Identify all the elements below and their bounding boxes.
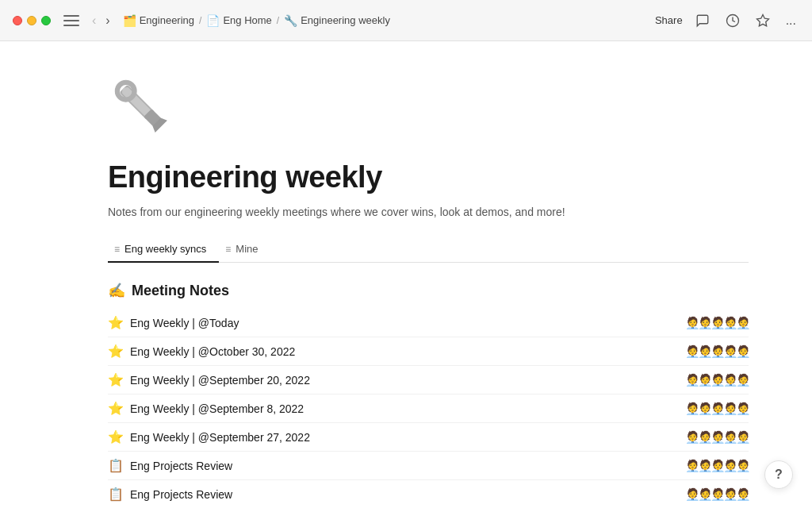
engineering-icon: 🗂️ (123, 14, 136, 27)
breadcrumb-sep-2: / (277, 15, 279, 26)
tab-icon-mine: ≡ (225, 244, 231, 255)
main-content: Engineering weekly Notes from our engine… (0, 41, 812, 508)
back-button[interactable]: ‹ (89, 12, 99, 29)
eng-weekly-icon: 🔧 (284, 14, 297, 27)
table-row[interactable]: ⭐ Eng Weekly | @October 30, 2022 🧑‍💼🧑‍💼🧑… (108, 337, 749, 366)
breadcrumb-eng-weekly[interactable]: 🔧 Engineering weekly (284, 14, 390, 27)
tab-label-eng-syncs: Eng weekly syncs (124, 243, 206, 255)
breadcrumb-eng-home[interactable]: 📄 Eng Home (206, 14, 271, 27)
meeting-avatars-0: 🧑‍💼🧑‍💼🧑‍💼🧑‍💼🧑‍💼 (685, 316, 749, 330)
meeting-avatars-2: 🧑‍💼🧑‍💼🧑‍💼🧑‍💼🧑‍💼 (685, 373, 749, 387)
section-title: Meeting Notes (132, 283, 229, 299)
page-title: Engineering weekly (108, 160, 749, 194)
forward-button[interactable]: › (102, 12, 113, 29)
meeting-emoji-3: ⭐ (108, 401, 124, 416)
section-emoji: ✍️ (108, 282, 125, 299)
sidebar-toggle-button[interactable] (63, 15, 79, 26)
page-description: Notes from our engineering weekly meetin… (108, 204, 749, 221)
comments-button[interactable] (692, 10, 713, 31)
share-button[interactable]: Share (655, 14, 683, 26)
meeting-title-3: Eng Weekly | @September 8, 2022 (130, 402, 304, 415)
tab-eng-weekly-syncs[interactable]: ≡ Eng weekly syncs (108, 237, 219, 263)
meeting-emoji-0: ⭐ (108, 315, 124, 330)
meeting-title-4: Eng Weekly | @September 27, 2022 (130, 431, 310, 444)
meeting-avatars-6: 🧑‍💼🧑‍💼🧑‍💼🧑‍💼🧑‍💼 (685, 487, 749, 502)
meeting-emoji-5: 📋 (108, 458, 124, 473)
meeting-title-6: Eng Projects Review (130, 488, 232, 501)
meeting-emoji-6: 📋 (108, 487, 124, 502)
more-button[interactable]: ... (783, 10, 799, 31)
meeting-title-5: Eng Projects Review (130, 460, 232, 472)
eng-home-icon: 📄 (206, 14, 220, 27)
meeting-avatars-4: 🧑‍💼🧑‍💼🧑‍💼🧑‍💼🧑‍💼 (685, 430, 749, 444)
titlebar: ‹ › 🗂️ Engineering / 📄 Eng Home / 🔧 Engi… (0, 0, 812, 41)
table-row[interactable]: 📋 Eng Projects Review 🧑‍💼🧑‍💼🧑‍💼🧑‍💼🧑‍💼 (108, 452, 749, 480)
minimize-button[interactable] (27, 16, 36, 25)
breadcrumb-eng-home-label: Eng Home (223, 14, 271, 26)
svg-marker-1 (756, 14, 768, 25)
meeting-title-0: Eng Weekly | @Today (130, 317, 239, 329)
table-row[interactable]: ⭐ Eng Weekly | @September 8, 2022 🧑‍💼🧑‍💼… (108, 394, 749, 423)
table-row[interactable]: ⭐ Eng Weekly | @September 27, 2022 🧑‍💼🧑‍… (108, 423, 749, 452)
meeting-avatars-3: 🧑‍💼🧑‍💼🧑‍💼🧑‍💼🧑‍💼 (685, 402, 749, 416)
history-button[interactable] (722, 10, 743, 31)
table-row[interactable]: ⭐ Eng Weekly | @September 20, 2022 🧑‍💼🧑‍… (108, 366, 749, 394)
close-button[interactable] (13, 16, 22, 25)
breadcrumb-engineering-label: Engineering (140, 14, 194, 26)
meeting-emoji-4: ⭐ (108, 429, 124, 444)
meeting-emoji-1: ⭐ (108, 344, 124, 359)
section-header: ✍️ Meeting Notes (108, 282, 749, 299)
titlebar-actions: Share ... (655, 10, 799, 31)
meeting-emoji-2: ⭐ (108, 372, 124, 387)
table-row[interactable]: 📋 Eng Projects Review 🧑‍💼🧑‍💼🧑‍💼🧑‍💼🧑‍💼 (108, 480, 749, 508)
favorite-button[interactable] (753, 10, 773, 31)
tab-label-mine: Mine (236, 243, 258, 255)
help-button[interactable]: ? (764, 460, 793, 489)
meeting-title-2: Eng Weekly | @September 20, 2022 (130, 374, 310, 387)
breadcrumb: 🗂️ Engineering / 📄 Eng Home / 🔧 Engineer… (123, 14, 645, 27)
table-row[interactable]: ⭐ Eng Weekly | @Today 🧑‍💼🧑‍💼🧑‍💼🧑‍💼🧑‍💼 (108, 309, 749, 337)
nav-arrows: ‹ › (89, 12, 113, 29)
meeting-list: ⭐ Eng Weekly | @Today 🧑‍💼🧑‍💼🧑‍💼🧑‍💼🧑‍💼 ⭐ … (108, 309, 749, 508)
page-icon (108, 73, 749, 148)
maximize-button[interactable] (41, 16, 51, 25)
breadcrumb-engineering[interactable]: 🗂️ Engineering (123, 14, 194, 27)
meeting-avatars-5: 🧑‍💼🧑‍💼🧑‍💼🧑‍💼🧑‍💼 (685, 459, 749, 473)
traffic-lights (13, 16, 51, 25)
meeting-title-1: Eng Weekly | @October 30, 2022 (130, 345, 295, 358)
tab-mine[interactable]: ≡ Mine (219, 237, 270, 263)
tab-icon-eng-syncs: ≡ (114, 244, 120, 255)
tabs-container: ≡ Eng weekly syncs ≡ Mine (108, 237, 749, 263)
breadcrumb-sep-1: / (199, 15, 201, 26)
breadcrumb-eng-weekly-label: Engineering weekly (301, 14, 390, 26)
meeting-avatars-1: 🧑‍💼🧑‍💼🧑‍💼🧑‍💼🧑‍💼 (685, 344, 749, 359)
